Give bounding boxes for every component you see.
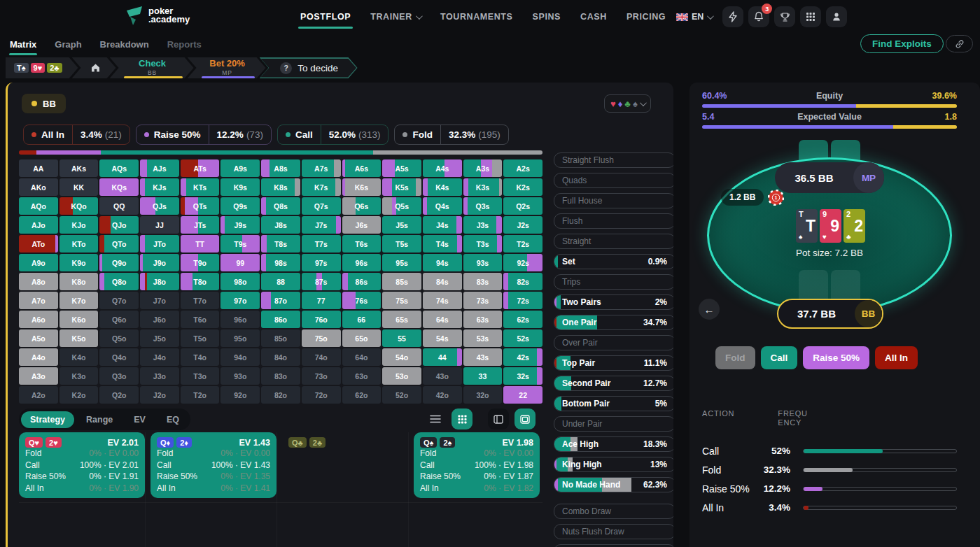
matrix-cell-Q5o[interactable]: Q5o [99,329,139,347]
matrix-cell-76o[interactable]: 76o [302,311,341,328]
matrix-cell-96o[interactable]: 96o [220,311,260,328]
grid-view-button[interactable] [451,409,472,429]
matrix-cell-J5s[interactable]: J5s [382,216,421,234]
matrix-cell-82s[interactable]: 82s [503,273,542,290]
matrix-cell-KQo[interactable]: KQo [59,197,99,215]
matrix-cell-JTs[interactable]: JTs [181,216,220,234]
matrix-cell-A4s[interactable]: A4s [423,159,462,177]
matrix-cell-JTo[interactable]: JTo [140,235,179,253]
breadcrumb-step-bet[interactable]: Bet 20% MP [188,57,266,78]
matrix-cell-QQ[interactable]: QQ [99,197,139,215]
matrix-cell-QJo[interactable]: QJo [99,216,139,234]
matrix-cell-32s[interactable]: 32s [503,367,542,385]
matrix-cell-96s[interactable]: 96s [342,254,382,271]
matrix-cell-98o[interactable]: 98o [220,273,260,290]
language-selector[interactable]: EN [676,12,712,22]
matrix-cell-94o[interactable]: 94o [220,348,260,366]
matrix-cell-K6o[interactable]: K6o [59,311,99,328]
matrix-cell-63s[interactable]: 63s [463,311,503,328]
matrix-cell-J8o[interactable]: J8o [140,273,179,290]
matrix-cell-64o[interactable]: 64o [342,348,382,366]
position-chip[interactable]: BB [22,94,66,113]
category-trips[interactable]: Trips [554,274,673,290]
matrix-cell-K5o[interactable]: K5o [59,329,99,347]
matrix-cell-J6o[interactable]: J6o [140,311,179,328]
matrix-cell-T3o[interactable]: T3o [181,367,220,385]
matrix-cell-73o[interactable]: 73o [302,367,341,385]
matrix-cell-A6o[interactable]: A6o [19,311,58,328]
matrix-cell-84s[interactable]: 84s [423,273,462,290]
category-no-made-hand[interactable]: No Made Hand62.3% [554,477,673,492]
matrix-cell-82o[interactable]: 82o [261,386,300,404]
matrix-cell-K2s[interactable]: K2s [503,178,542,196]
matrix-cell-KJo[interactable]: KJo [59,216,99,234]
matrix-cell-95o[interactable]: 95o [220,329,260,347]
matrix-cell-A8s[interactable]: A8s [261,159,300,177]
matrix-cell-T4o[interactable]: T4o [181,348,220,366]
matrix-cell-98s[interactable]: 98s [261,254,300,271]
matrix-cell-A4o[interactable]: A4o [19,348,58,366]
matrix-cell-J4o[interactable]: J4o [140,348,179,366]
matrix-cell-54s[interactable]: 54s [423,329,462,347]
matrix-cell-92s[interactable]: 92s [503,254,542,271]
tab-graph[interactable]: Graph [54,36,82,55]
matrix-cell-J4s[interactable]: J4s [423,216,462,234]
matrix-cell-76s[interactable]: 76s [342,292,382,309]
matrix-cell-66[interactable]: 66 [342,311,382,328]
matrix-cell-A5o[interactable]: A5o [19,329,58,347]
matrix-cell-Q2o[interactable]: Q2o [99,386,139,404]
matrix-cell-84o[interactable]: 84o [261,348,300,366]
breadcrumb-home[interactable] [72,57,116,78]
matrix-cell-K8s[interactable]: K8s [261,178,300,196]
matrix-cell-K8o[interactable]: K8o [59,273,99,290]
matrix-cell-K6s[interactable]: K6s [342,178,382,196]
tab-matrix[interactable]: Matrix [9,36,37,55]
matrix-cell-97o[interactable]: 97o [220,292,260,309]
matrix-cell-AJo[interactable]: AJo [19,216,58,234]
nav-item-spins[interactable]: SPINS [532,8,562,26]
matrix-cell-Q6o[interactable]: Q6o [99,311,139,328]
matrix-cell-QTo[interactable]: QTo [99,235,139,253]
matrix-cell-J5o[interactable]: J5o [140,329,179,347]
notifications-button[interactable]: 3 [748,6,769,27]
matrix-cell-A6s[interactable]: A6s [342,159,382,177]
matrix-cell-T7s[interactable]: T7s [302,235,341,253]
matrix-cell-T9s[interactable]: T9s [220,235,260,253]
combo-card-2[interactable]: Q♣2♣ [282,432,408,498]
category-quads[interactable]: Quads [554,173,673,188]
matrix-cell-54o[interactable]: 54o [382,348,421,366]
suit-filter-dropdown[interactable]: ♥♦♣♠ [604,94,651,113]
quick-actions-button[interactable] [722,6,743,27]
action-pill-call[interactable]: Call52.0%(313) [277,125,389,145]
matrix-cell-53s[interactable]: 53s [463,329,503,347]
category-combo-draw[interactable]: Combo Draw [554,504,673,519]
combo-tab-range[interactable]: Range [77,411,122,428]
matrix-cell-Q7s[interactable]: Q7s [302,197,341,215]
breadcrumb-step-check[interactable]: Check BB [110,57,194,78]
category-flush[interactable]: Flush [554,213,673,229]
matrix-cell-KTo[interactable]: KTo [59,235,99,253]
matrix-cell-85o[interactable]: 85o [261,329,300,347]
category-nuts-flush-draw[interactable]: Nuts Flush Draw [554,524,673,539]
profile-button[interactable] [826,6,847,27]
matrix-cell-72s[interactable]: 72s [503,292,542,309]
matrix-cell-74s[interactable]: 74s [423,292,462,309]
matrix-cell-53o[interactable]: 53o [382,367,421,385]
matrix-cell-55[interactable]: 55 [382,329,421,347]
matrix-cell-JJ[interactable]: JJ [140,216,179,234]
category-two-pairs[interactable]: Two Pairs2% [554,294,673,310]
matrix-cell-QJs[interactable]: QJs [140,197,179,215]
matrix-cell-73s[interactable]: 73s [463,292,503,309]
matrix-cell-32o[interactable]: 32o [463,386,503,404]
combo-tab-strategy[interactable]: Strategy [21,411,74,428]
matrix-cell-AKo[interactable]: AKo [19,178,58,196]
nav-item-pricing[interactable]: PRICING [626,8,666,26]
action-pill-raise[interactable]: Raise 50%12.2%(73) [136,125,272,145]
matrix-cell-K7o[interactable]: K7o [59,292,99,309]
matrix-cell-Q9s[interactable]: Q9s [220,197,260,215]
matrix-cell-44[interactable]: 44 [423,348,462,366]
matrix-cell-QTs[interactable]: QTs [181,197,220,215]
matrix-cell-62o[interactable]: 62o [342,386,382,404]
category-bottom-pair[interactable]: Bottom Pair5% [554,396,673,411]
matrix-cell-A9o[interactable]: A9o [19,254,58,271]
